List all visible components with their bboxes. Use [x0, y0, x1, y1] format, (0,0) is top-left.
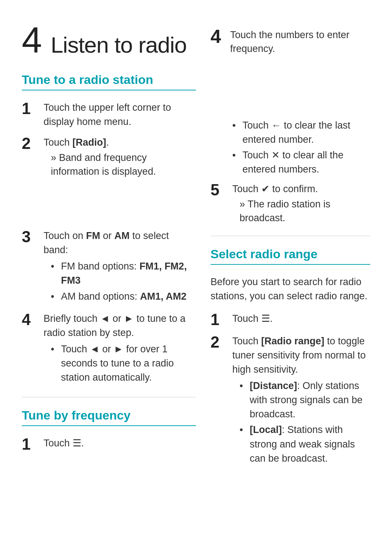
select-range-step-1-text: Touch ☰.	[232, 312, 370, 326]
tune-freq-step-1: 1 Touch ☰.	[22, 436, 196, 452]
tune-freq-step-2: 2 Touch [Goto].	[22, 553, 196, 555]
step-2-label: [Radio]	[73, 137, 106, 148]
step-5-number: 5	[211, 182, 225, 198]
step-number-right-4: 4	[211, 25, 224, 47]
step-3-number: 3	[22, 229, 36, 245]
tune-freq-step-1-text: Touch ☰.	[44, 436, 196, 450]
tune-to-radio-section: Tune to a radio station 1 Touch the uppe…	[22, 73, 196, 555]
step-4-block: 4 Briefly touch ◄ or ► to tune to a radi…	[22, 312, 196, 386]
step-1-block: 1 Touch the upper left corner to display…	[22, 101, 196, 129]
select-range-bullets: [Distance]: Only stations with strong si…	[232, 379, 370, 466]
step4-right-text: Touch the numbers to enter frequency.	[230, 25, 370, 56]
step-3-content: Touch on FM or AM to select band: FM ban…	[44, 229, 196, 305]
step-1-number: 1	[22, 101, 36, 117]
tune-by-frequency-heading: Tune by frequency	[22, 408, 196, 426]
bullet-am: AM band options: AM1, AM2	[51, 289, 196, 304]
step-1-content: Touch the upper left corner to display h…	[44, 101, 196, 129]
select-radio-intro: Before you start to search for radio sta…	[211, 275, 370, 303]
step-2-block: 2 Touch [Radio]. Band and frequency info…	[22, 135, 196, 179]
step-4-content: Briefly touch ◄ or ► to tune to a radio …	[44, 312, 196, 386]
right-column: Touch ← to clear the last entered number…	[196, 73, 370, 555]
select-range-step-1-num: 1	[211, 312, 225, 328]
step-1-text: Touch the upper left corner to display h…	[44, 102, 171, 127]
chapter-number: 4	[22, 22, 42, 58]
spacer-area	[22, 459, 196, 553]
select-range-step-1: 1 Touch ☰.	[211, 312, 370, 328]
step-4-number: 4	[22, 312, 36, 328]
step3-am: AM	[114, 230, 130, 241]
step-2-number: 2	[22, 135, 36, 151]
section-divider-1	[22, 397, 196, 397]
tune-freq-step-2-num: 2	[22, 553, 36, 555]
bullet-local: [Local]: Stations with strong and weak s…	[240, 423, 370, 465]
right-step4-bullets: Touch ← to clear the last entered number…	[225, 118, 370, 177]
section-divider-right	[211, 236, 370, 236]
radio-range-label: [Radio range]	[261, 336, 324, 347]
distance-label: [Distance]	[250, 380, 297, 391]
right-spacer-top	[211, 73, 370, 116]
select-radio-range-heading: Select radio range	[211, 247, 370, 265]
fm-options: FM1, FM2, FM3	[61, 261, 187, 286]
am-options: AM1, AM2	[140, 291, 187, 302]
select-range-step-2-num: 2	[211, 334, 225, 350]
select-range-step-2-text: Touch [Radio range] to toggle tuner sens…	[232, 334, 370, 467]
chapter-title: Listen to radio	[51, 32, 187, 58]
tune-freq-step-2-text: Touch [Goto].	[44, 553, 196, 555]
bullet-distance: [Distance]: Only stations with strong si…	[240, 379, 370, 421]
chapter-heading: 4 Listen to radio	[22, 22, 196, 58]
bullet-clear-all: Touch ✕ to clear all the entered numbers…	[232, 148, 370, 177]
right-col-step4: 4 Touch the numbers to enter frequency.	[196, 22, 370, 73]
step3-fm: FM	[86, 230, 100, 241]
bullet-fm: FM band options: FM1, FM2, FM3	[51, 259, 196, 288]
step-5-block: 5 Touch ✔ to confirm. The radio station …	[211, 182, 370, 225]
local-label: [Local]	[250, 424, 282, 435]
step-5-sub: The radio station is broadcast.	[232, 198, 370, 225]
bullet-clear-last: Touch ← to clear the last entered number…	[232, 118, 370, 147]
step-5-content: Touch ✔ to confirm. The radio station is…	[232, 182, 370, 225]
step-2-sub: Band and frequency information is displa…	[44, 151, 196, 179]
tune-freq-step-1-num: 1	[22, 436, 36, 452]
tune-to-radio-heading: Tune to a radio station	[22, 73, 196, 90]
step-3-block: 3 Touch on FM or AM to select band: FM b…	[22, 229, 196, 305]
bullet-step4: Touch ◄ or ► for over 1 seconds to tune …	[51, 342, 196, 385]
select-range-step-2: 2 Touch [Radio range] to toggle tuner se…	[211, 334, 370, 467]
step-2-content: Touch [Radio]. Band and frequency inform…	[44, 135, 196, 179]
step-4-bullets: Touch ◄ or ► for over 1 seconds to tune …	[44, 342, 196, 385]
step-3-bullets: FM band options: FM1, FM2, FM3 AM band o…	[44, 259, 196, 303]
